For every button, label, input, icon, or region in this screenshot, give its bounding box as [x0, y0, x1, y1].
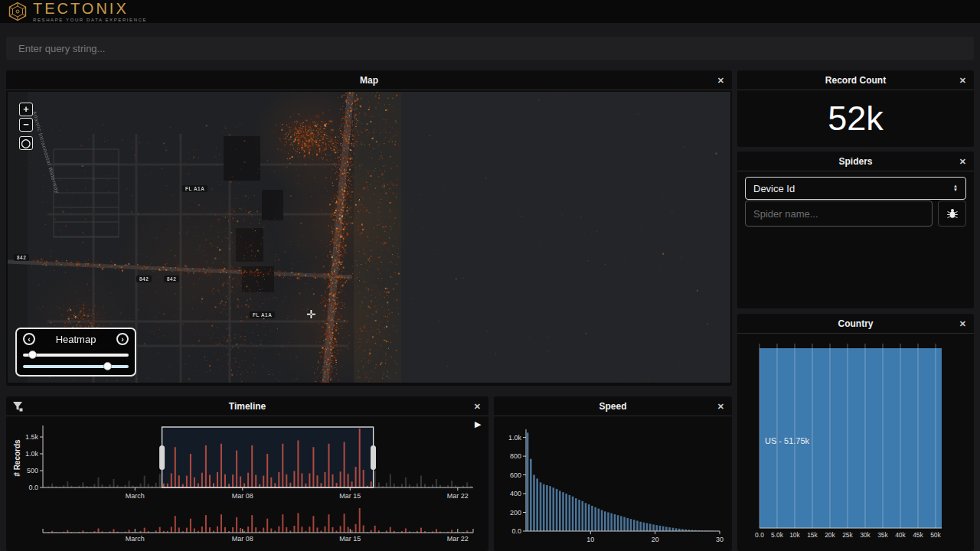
brush-handle-right[interactable]: [371, 445, 376, 470]
brush-handle-left[interactable]: [159, 445, 165, 470]
svg-text:30k: 30k: [860, 531, 871, 539]
add-spider-button[interactable]: [938, 201, 966, 227]
close-icon[interactable]: ✕: [959, 70, 966, 90]
svg-text:March: March: [126, 492, 145, 500]
svg-text:Mar 08: Mar 08: [232, 492, 253, 500]
highway-a1a-label: FL A1A: [182, 185, 207, 192]
spider-field-select[interactable]: Device Id ▲▼: [745, 177, 966, 200]
spiders-panel: Spiders ✕ Device Id ▲▼: [737, 152, 974, 308]
map-panel: Map ✕ + − ◯ Atlantic Intracoastal Waterw…: [6, 70, 732, 386]
svg-text:15k: 15k: [807, 531, 818, 539]
top-bar: TECTONIX RESHAPE YOUR DATA EXPERIENCE: [0, 0, 980, 23]
country-title: Country: [838, 318, 874, 329]
road-842-label: 842: [14, 254, 29, 261]
svg-text:10k: 10k: [789, 531, 800, 539]
road-842-label: 842: [136, 276, 152, 282]
highway-a1a-label: FL A1A: [250, 311, 275, 318]
svg-text:Mar 15: Mar 15: [339, 535, 361, 543]
svg-text:400: 400: [510, 490, 521, 497]
svg-text:1.0k: 1.0k: [25, 450, 39, 458]
speed-bar-chart[interactable]: 0.02004006008001.0k102030: [494, 416, 732, 551]
svg-text:600: 600: [510, 471, 521, 479]
filter-icon[interactable]: [12, 401, 24, 412]
svg-text:Mar 08: Mar 08: [232, 535, 253, 543]
svg-text:Mar 22: Mar 22: [447, 535, 469, 543]
speed-panel: Speed ✕ 0.02004006008001.0k102030: [494, 396, 732, 551]
spiders-header: Spiders ✕: [737, 152, 974, 171]
timeline-panel: Timeline ✕ # Records ▶ 0.05001.0k1.5kMar…: [6, 396, 488, 551]
svg-text:Mar 22: Mar 22: [447, 492, 469, 500]
speed-title: Speed: [599, 401, 626, 412]
timeline-title: Timeline: [229, 401, 266, 412]
svg-text:1.0k: 1.0k: [508, 434, 522, 442]
svg-text:25k: 25k: [842, 531, 853, 539]
svg-text:800: 800: [510, 452, 521, 460]
svg-text:0.0: 0.0: [511, 527, 521, 535]
record-count-value: 52k: [737, 90, 974, 147]
svg-text:1.5k: 1.5k: [25, 433, 39, 441]
svg-text:5.0k: 5.0k: [771, 531, 784, 539]
move-cursor-icon: ✛: [306, 308, 316, 321]
record-count-title: Record Count: [825, 75, 886, 86]
layer-prev-icon[interactable]: ‹: [23, 333, 35, 345]
heatmap-slider-2[interactable]: [23, 365, 129, 368]
svg-text:10: 10: [586, 536, 594, 543]
brand-name: TECTONIX: [33, 1, 147, 16]
country-panel: Country ✕ 0.05.0k10k15k20k25k30k35k40k45…: [737, 314, 974, 551]
map-zoom-in-button[interactable]: +: [19, 103, 33, 116]
close-icon[interactable]: ✕: [717, 396, 724, 416]
heatmap-slider-1[interactable]: [23, 354, 129, 357]
svg-text:20k: 20k: [825, 531, 835, 539]
select-spinner-icon: ▲▼: [953, 184, 958, 192]
layer-title: Heatmap: [56, 334, 96, 345]
slider-handle[interactable]: [28, 350, 37, 359]
svg-text:0.0: 0.0: [755, 531, 764, 539]
svg-text:200: 200: [510, 509, 521, 517]
record-count-panel: Record Count ✕ 52k: [737, 70, 974, 147]
svg-text:0.0: 0.0: [28, 484, 38, 491]
svg-text:30: 30: [716, 536, 724, 543]
svg-text:US - 51.75k: US - 51.75k: [765, 436, 810, 445]
road-842-label: 842: [164, 276, 179, 282]
close-icon[interactable]: ✕: [959, 314, 966, 334]
timeline-header: Timeline ✕: [6, 396, 488, 416]
brand-tagline: RESHAPE YOUR DATA EXPERIENCE: [33, 18, 147, 22]
timeline-bar-chart[interactable]: 0.05001.0k1.5kMarchMar 08Mar 15Mar 22Mar…: [6, 416, 488, 551]
spider-name-input[interactable]: [745, 201, 933, 227]
svg-text:Mar 15: Mar 15: [339, 492, 361, 500]
spider-bug-icon: [946, 207, 959, 220]
close-icon[interactable]: ✕: [959, 152, 966, 171]
layer-next-icon[interactable]: ›: [116, 333, 129, 345]
close-icon[interactable]: ✕: [474, 396, 481, 416]
svg-text:March: March: [126, 535, 145, 543]
brand-logo: TECTONIX RESHAPE YOUR DATA EXPERIENCE: [8, 1, 147, 22]
svg-text:45k: 45k: [913, 531, 923, 539]
map-panel-title: Map: [360, 75, 378, 86]
svg-text:20: 20: [652, 536, 659, 543]
query-input[interactable]: [6, 37, 974, 60]
country-header: Country ✕: [737, 314, 974, 334]
close-icon[interactable]: ✕: [717, 70, 724, 90]
svg-text:500: 500: [27, 467, 38, 474]
svg-text:40k: 40k: [895, 531, 906, 539]
slider-handle[interactable]: [103, 362, 112, 370]
spider-field-value: Device Id: [753, 183, 795, 194]
tectonix-hex-icon: [8, 2, 28, 21]
query-bar: [6, 37, 974, 60]
svg-text:50k: 50k: [930, 531, 941, 539]
country-bar-chart[interactable]: 0.05.0k10k15k20k25k30k35k40k45k50kUS - 5…: [737, 334, 974, 551]
speed-header: Speed ✕: [494, 396, 732, 416]
spiders-title: Spiders: [838, 156, 872, 167]
map-panel-header: Map ✕: [6, 70, 732, 90]
record-count-header: Record Count ✕: [737, 70, 974, 90]
svg-text:35k: 35k: [877, 531, 888, 539]
layer-control: ‹ Heatmap ›: [15, 328, 136, 377]
lasso-select-icon[interactable]: ◯: [19, 136, 33, 150]
map-zoom-out-button[interactable]: −: [19, 118, 33, 132]
